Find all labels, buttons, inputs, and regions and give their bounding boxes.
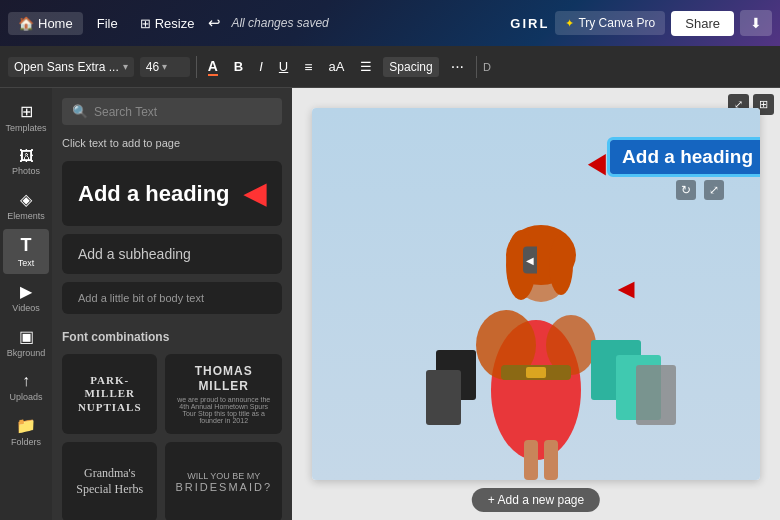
folders-label: Folders: [11, 437, 41, 447]
search-input[interactable]: [94, 105, 272, 119]
topbar: 🏠 Home File ⊞ Resize ↩ All changes saved…: [0, 0, 780, 46]
font-combo-card-4[interactable]: WILL YOU BE MYBRIDESMAID?: [165, 442, 282, 520]
add-heading-label: Add a heading: [78, 181, 230, 207]
font-family-chevron: ▾: [123, 61, 128, 72]
more-icon: ···: [451, 58, 464, 75]
sidebar-item-templates[interactable]: ⊞ Templates: [3, 96, 49, 139]
underline-button[interactable]: U: [274, 56, 293, 77]
heading-arrow-icon: ◀: [244, 177, 266, 210]
more-options-button[interactable]: ···: [445, 55, 470, 79]
home-label: Home: [38, 16, 73, 31]
resize-handle[interactable]: ⤢: [704, 180, 724, 200]
search-box[interactable]: 🔍: [62, 98, 282, 125]
canvas-page: Add a heading ◄ ↻ ⤢ ◄: [312, 108, 760, 480]
transform-handles: ↻ ⤢: [676, 180, 724, 200]
font-size-selector[interactable]: 46 ▾: [140, 57, 190, 77]
spacing-button[interactable]: Spacing: [383, 57, 438, 77]
font-combo-2-sub: we are proud to announce the 4th Annual …: [175, 396, 272, 424]
heading-overlay[interactable]: Add a heading: [610, 140, 760, 174]
toolbar-divider-1: [196, 56, 197, 78]
woman-shopping-image: [376, 170, 696, 480]
toolbar-divider-2: [476, 56, 477, 78]
canvas-tool-1: D: [483, 61, 491, 73]
svg-rect-14: [524, 440, 538, 480]
canvas-arrow-2: ◄: [612, 273, 640, 305]
italic-button[interactable]: I: [254, 56, 268, 77]
project-name: GIRL: [510, 16, 549, 31]
spacing-label: Spacing: [389, 60, 432, 74]
photos-label: Photos: [12, 166, 40, 176]
align-button[interactable]: ≡: [299, 56, 317, 78]
resize-icon: ⊞: [140, 16, 151, 31]
videos-label: Videos: [12, 303, 39, 313]
case-button[interactable]: aA: [323, 56, 349, 77]
svg-rect-8: [526, 367, 546, 378]
try-pro-button[interactable]: ✦ Try Canva Pro: [555, 11, 665, 35]
uploads-label: Uploads: [9, 392, 42, 402]
background-label: Bkground: [7, 348, 46, 358]
undo-icon[interactable]: ↩: [208, 14, 221, 32]
sidebar-item-background[interactable]: ▣ Bkground: [3, 321, 49, 364]
saved-status: All changes saved: [231, 16, 328, 30]
file-button[interactable]: File: [89, 12, 126, 35]
search-icon: 🔍: [72, 104, 88, 119]
font-family-label: Open Sans Extra ...: [14, 60, 119, 74]
download-icon: ⬇: [750, 15, 762, 31]
font-combo-2-title: THOMAS MILLER: [175, 364, 272, 393]
canvas-area: ⤢ ⊞: [292, 88, 780, 520]
background-icon: ▣: [19, 327, 34, 346]
rotate-handle[interactable]: ↻: [676, 180, 696, 200]
add-heading-button[interactable]: Add a heading ◀: [62, 161, 282, 226]
download-button[interactable]: ⬇: [740, 10, 772, 36]
font-combinations-label: Font combinations: [62, 330, 282, 344]
videos-icon: ▶: [20, 282, 32, 301]
star-icon: ✦: [565, 17, 574, 30]
main-layout: ⊞ Templates 🖼 Photos ◈ Elements T Text ▶…: [0, 88, 780, 520]
sidebar-item-uploads[interactable]: ↑ Uploads: [3, 366, 49, 408]
font-family-selector[interactable]: Open Sans Extra ... ▾: [8, 57, 134, 77]
text-color-button[interactable]: A: [203, 55, 223, 79]
sidebar-item-elements[interactable]: ◈ Elements: [3, 184, 49, 227]
list-button[interactable]: ☰: [355, 56, 377, 77]
home-button[interactable]: 🏠 Home: [8, 12, 83, 35]
canvas-heading-text: Add a heading: [622, 146, 753, 167]
underline-label: U: [279, 59, 288, 74]
share-label: Share: [685, 16, 720, 31]
add-page-button[interactable]: + Add a new page: [472, 488, 600, 512]
add-subheading-label: Add a subheading: [78, 246, 191, 262]
font-combo-card-1[interactable]: PARK-MILLERNUPTIALS: [62, 354, 157, 434]
svg-rect-13: [636, 365, 676, 425]
try-pro-label: Try Canva Pro: [578, 16, 655, 30]
text-panel: 🔍 Click text to add to page Add a headin…: [52, 88, 292, 520]
text-color-label: A: [208, 58, 218, 76]
sidebar-item-folders[interactable]: 📁 Folders: [3, 410, 49, 453]
sidebar-item-photos[interactable]: 🖼 Photos: [3, 141, 49, 182]
font-combo-card-3[interactable]: Grandma'sSpecial Herbs: [62, 442, 157, 520]
templates-label: Templates: [5, 123, 46, 133]
templates-icon: ⊞: [20, 102, 33, 121]
sidebar-icons: ⊞ Templates 🖼 Photos ◈ Elements T Text ▶…: [0, 88, 52, 520]
text-label: Text: [18, 258, 35, 268]
home-icon: 🏠: [18, 16, 34, 31]
add-body-button[interactable]: Add a little bit of body text: [62, 282, 282, 314]
font-combo-card-2[interactable]: THOMAS MILLER we are proud to announce t…: [165, 354, 282, 434]
font-combo-1-title: PARK-MILLERNUPTIALS: [72, 374, 147, 414]
font-combo-4-title: WILL YOU BE MYBRIDESMAID?: [175, 471, 272, 493]
text-toolbar: Open Sans Extra ... ▾ 46 ▾ A B I U ≡ aA …: [0, 46, 780, 88]
photos-icon: 🖼: [19, 147, 34, 164]
bold-label: B: [234, 59, 243, 74]
sidebar-item-videos[interactable]: ▶ Videos: [3, 276, 49, 319]
add-subheading-button[interactable]: Add a subheading: [62, 234, 282, 274]
italic-label: I: [259, 59, 263, 74]
list-icon: ☰: [360, 59, 372, 74]
resize-button[interactable]: ⊞ Resize: [132, 12, 203, 35]
align-icon: ≡: [304, 59, 312, 75]
add-page-label: + Add a new page: [488, 493, 584, 507]
heading-arrow: ◄: [582, 143, 612, 184]
share-button[interactable]: Share: [671, 11, 734, 36]
font-size-chevron: ▾: [162, 61, 167, 72]
font-combos-grid: PARK-MILLERNUPTIALS THOMAS MILLER we are…: [62, 354, 282, 520]
elements-icon: ◈: [20, 190, 32, 209]
sidebar-item-text[interactable]: T Text: [3, 229, 49, 274]
bold-button[interactable]: B: [229, 56, 248, 77]
